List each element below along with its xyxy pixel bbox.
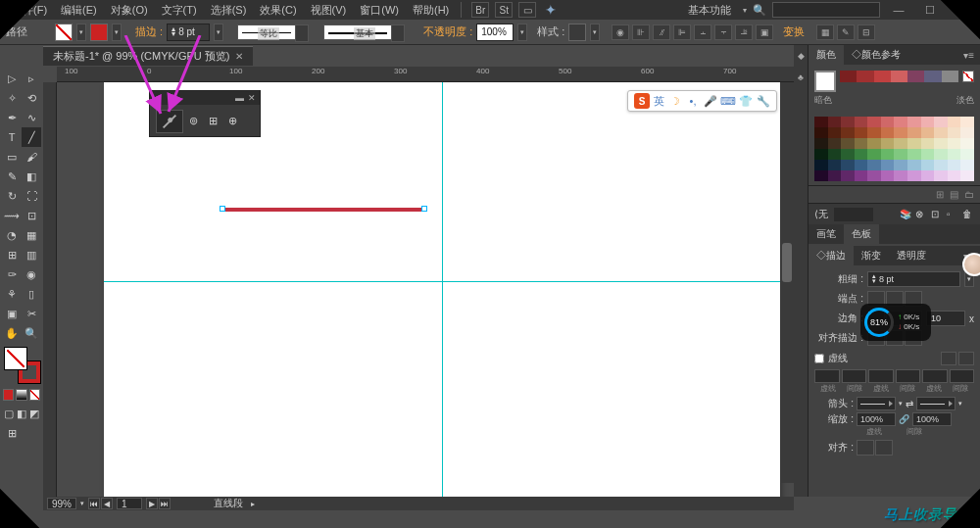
lasso-tool[interactable]: ⟲ [22, 88, 41, 108]
scale-tool[interactable]: ⛶ [22, 186, 41, 206]
menu-text[interactable]: 文字(T) [156, 1, 203, 20]
menu-effect[interactable]: 效果(C) [254, 1, 302, 20]
symbol-sprayer-tool[interactable]: ⚘ [2, 284, 22, 304]
artboard-tool[interactable]: ▣ [2, 304, 22, 323]
curvature-tool[interactable]: ∿ [22, 108, 41, 127]
panel-collapse-icon[interactable]: ▬ [235, 93, 244, 103]
grid-option-icon[interactable]: ⊞ [209, 115, 222, 128]
paintbrush-tool[interactable]: 🖌 [22, 147, 41, 167]
opacity-input[interactable]: 100% [476, 24, 514, 41]
vertical-ruler[interactable] [43, 82, 57, 497]
ime-punct-icon[interactable]: •, [686, 94, 700, 108]
swatches-tab[interactable]: 色板 [844, 224, 879, 244]
dash-field-3[interactable] [922, 369, 948, 383]
zoom-tool[interactable]: 🔍 [22, 323, 41, 343]
settings-icon[interactable]: ✎ [837, 24, 855, 40]
scale-link-icon[interactable]: 🔗 [899, 414, 909, 424]
last-artboard-icon[interactable]: ⏭ [159, 498, 171, 509]
menu-help[interactable]: 帮助(H) [407, 1, 455, 20]
type-tool[interactable]: T [2, 127, 22, 147]
brush-new-icon[interactable]: ▫ [947, 209, 958, 220]
color-none-icon[interactable] [962, 71, 974, 82]
align-center-v-icon[interactable]: ⫟ [714, 24, 732, 40]
user-avatar[interactable] [962, 253, 980, 276]
none-mode-icon[interactable] [29, 389, 40, 401]
search-input[interactable] [772, 2, 880, 18]
menu-select[interactable]: 选择(S) [205, 1, 253, 20]
transform-link[interactable]: 变换 [783, 24, 805, 39]
ime-lang-label[interactable]: 英 [654, 94, 664, 109]
arrow-end-select[interactable] [916, 397, 956, 410]
column-graph-tool[interactable]: ▯ [22, 284, 41, 304]
gap-field-2[interactable] [896, 369, 921, 383]
panel-close-icon[interactable]: ✕ [248, 93, 256, 103]
polar-grid-option-icon[interactable]: ⊕ [228, 115, 242, 128]
rotate-tool[interactable]: ↻ [2, 186, 22, 206]
width-tool[interactable]: ⟿ [2, 206, 22, 225]
path-anchor-start[interactable] [220, 206, 225, 212]
dash-field-1[interactable] [814, 369, 840, 383]
gap-field-1[interactable] [842, 369, 867, 383]
slice-tool[interactable]: ✂ [22, 304, 41, 323]
artboard[interactable] [104, 82, 780, 497]
dash-preserve-icon[interactable] [941, 352, 956, 365]
menu-object[interactable]: 对象(O) [105, 1, 154, 20]
pen-tool[interactable]: ✒ [2, 108, 22, 127]
draw-inside-mode[interactable]: ◩ [28, 406, 41, 421]
expand-panel-icon[interactable]: ⊟ [858, 24, 875, 40]
arrow-align-end-icon[interactable] [875, 440, 893, 456]
status-dd-icon[interactable]: ▸ [251, 500, 255, 508]
fill-swatch[interactable] [55, 24, 73, 41]
ime-skin-icon[interactable]: 👕 [739, 94, 753, 108]
free-transform-tool[interactable]: ⊡ [22, 206, 41, 225]
width-profile-select[interactable]: 等比 [237, 24, 296, 40]
next-artboard-icon[interactable]: ▶ [146, 498, 158, 509]
color-panel-menu-icon[interactable]: ▾≡ [957, 50, 980, 61]
dash-field-2[interactable] [868, 369, 894, 383]
color-main-swatch[interactable] [814, 71, 836, 92]
color-mode-icon[interactable] [3, 389, 14, 401]
vertical-scrollbar[interactable] [780, 82, 794, 483]
align-right-icon[interactable]: ⊫ [673, 24, 691, 40]
magic-wand-tool[interactable]: ✧ [2, 88, 22, 108]
screen-mode-icon[interactable]: ⊞ [2, 425, 22, 441]
stroke-weight-field[interactable]: ▴▾8 pt [867, 271, 960, 287]
dashed-line-checkbox[interactable] [814, 354, 824, 363]
fill-dropdown[interactable]: ▾ [76, 24, 86, 41]
canvas[interactable] [57, 82, 794, 497]
prev-artboard-icon[interactable]: ◀ [101, 498, 113, 509]
color-guide-tab[interactable]: ◇颜色参考 [844, 45, 908, 65]
brushes-tab[interactable]: 画笔 [808, 224, 844, 244]
eraser-tool[interactable]: ◧ [22, 167, 41, 186]
gap-field-3[interactable] [950, 369, 975, 383]
collapsed-panel-icon-2[interactable]: ♣ [794, 67, 808, 88]
brush-preview[interactable] [834, 208, 873, 221]
shape-panel-icon[interactable]: ▦ [816, 24, 834, 40]
dash-align-icon[interactable] [958, 352, 974, 365]
stroke-swatch[interactable] [90, 24, 108, 41]
align-left-icon[interactable]: ⊪ [632, 24, 650, 40]
transparency-tab[interactable]: 透明度 [889, 246, 934, 265]
mesh-tool[interactable]: ⊞ [2, 245, 22, 264]
bridge-icon[interactable]: Br [471, 2, 489, 18]
graphic-style-swatch[interactable] [568, 24, 586, 41]
harmony-swatches[interactable] [840, 71, 958, 84]
selection-tool[interactable]: ▷ [2, 69, 22, 88]
miter-limit-field[interactable]: 10 [926, 311, 965, 326]
search-icon[interactable]: 🔍 [753, 4, 766, 17]
close-tab-icon[interactable]: ✕ [235, 51, 243, 62]
draw-behind-mode[interactable]: ◧ [15, 406, 27, 421]
zoom-field[interactable]: 99% [47, 498, 76, 509]
window-maximize[interactable]: ☐ [917, 2, 943, 18]
normal-draw-mode[interactable]: ▢ [2, 406, 15, 421]
recolor-icon[interactable]: ◉ [612, 24, 629, 40]
perspective-grid-tool[interactable]: ▦ [22, 225, 41, 245]
ime-keyboard-icon[interactable]: ⌨ [721, 94, 735, 108]
workspace-switcher[interactable]: 基本功能 [682, 1, 737, 20]
arrow-align-tip-icon[interactable] [857, 440, 874, 456]
rectangle-tool[interactable]: ▭ [2, 147, 22, 167]
eyedropper-tool[interactable]: ✑ [2, 264, 22, 284]
menu-window[interactable]: 窗口(W) [354, 1, 405, 20]
swatch-action-icon-2[interactable]: ▤ [950, 189, 958, 200]
menu-view[interactable]: 视图(V) [305, 1, 353, 20]
